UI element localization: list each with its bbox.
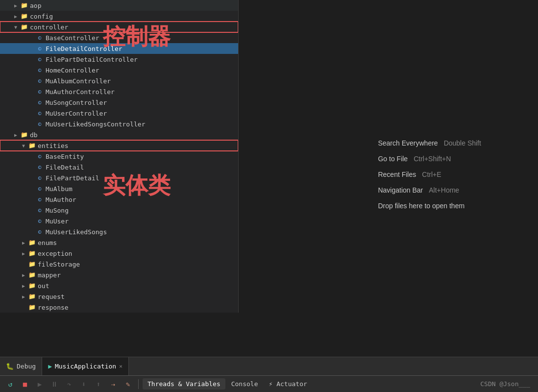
hint-search-everywhere: Search Everywhere Double Shift — [378, 139, 481, 147]
collapse-arrow-request[interactable]: ▶ — [20, 294, 27, 299]
tree-item-MuSong[interactable]: © MuSong — [0, 205, 238, 216]
hint-key-goto: Ctrl+Shift+N — [414, 155, 451, 163]
sidebar-wrapper: ▶ 📁 aop ▶ 📁 config ▼ 📁 controller — [0, 0, 239, 357]
tree-item-response[interactable]: 📁 response — [0, 302, 238, 313]
close-tab-button[interactable]: ✕ — [119, 363, 122, 369]
folder-icon-out: 📁 — [27, 282, 36, 289]
hint-label-recent: Recent Files — [378, 171, 416, 178]
tree-label-MuAuthor: MuAuthor — [46, 196, 76, 203]
tree-item-MuUserController[interactable]: © MuUserController — [0, 108, 238, 119]
collapse-arrow-config[interactable]: ▶ — [12, 14, 20, 19]
tree-label-MuAlbumController: MuAlbumController — [46, 77, 111, 85]
debug-bar: 🐛 Debug ▶ MusicApplication ✕ — [0, 357, 538, 375]
evaluate-button[interactable]: ✎ — [122, 378, 134, 391]
hint-label-drop: Drop files here to open them — [378, 202, 465, 210]
tree-label-MuUserLikedSongs: MuUserLikedSongs — [46, 228, 107, 236]
tree-label-FilePartDetail: FilePartDetail — [46, 174, 99, 182]
tree-label-BaseController: BaseController — [46, 34, 99, 42]
folder-icon-fileStorage: 📁 — [27, 261, 36, 268]
main-area: ▶ 📁 aop ▶ 📁 config ▼ 📁 controller — [0, 0, 538, 357]
tree-item-MuAlbum[interactable]: © MuAlbum — [0, 183, 238, 194]
step-out-icon: ⬆ — [97, 380, 100, 388]
stop-icon: ■ — [23, 380, 27, 388]
tree-item-FileDetail[interactable]: © FileDetail — [0, 162, 238, 172]
run-to-cursor-button[interactable]: ⇢ — [107, 378, 120, 391]
collapse-arrow-aop[interactable]: ▶ — [12, 3, 20, 8]
tree-label-MuAuthorController: MuAuthorController — [46, 88, 115, 96]
tree-item-controller[interactable]: ▼ 📁 controller — [0, 22, 238, 32]
collapse-arrow-exception[interactable]: ▶ — [20, 251, 27, 256]
project-panel[interactable]: ▶ 📁 aop ▶ 📁 config ▼ 📁 controller — [0, 0, 239, 313]
hint-go-to-file: Go to File Ctrl+Shift+N — [378, 155, 481, 163]
hint-key-search: Double Shift — [444, 139, 481, 147]
class-icon-FileDetail: © — [35, 164, 44, 171]
step-over-button[interactable]: ↷ — [63, 378, 75, 391]
tree-item-MuAlbumController[interactable]: © MuAlbumController — [0, 75, 238, 86]
tree-item-exception[interactable]: ▶ 📁 exception — [0, 248, 238, 259]
collapse-arrow-out[interactable]: ▶ — [20, 283, 27, 289]
tree-item-MuUserLikedSongsController[interactable]: © MuUserLikedSongsController — [0, 119, 238, 129]
tree-item-MuUser[interactable]: © MuUser — [0, 216, 238, 226]
collapse-arrow-controller[interactable]: ▼ — [12, 24, 20, 30]
rerun-button[interactable]: ↺ — [4, 378, 17, 391]
step-out-button[interactable]: ⬆ — [92, 378, 105, 391]
pause-button[interactable]: ⏸ — [48, 378, 61, 391]
tree-item-fileStorage[interactable]: 📁 fileStorage — [0, 259, 238, 270]
tree-label-aop: aop — [30, 2, 41, 9]
tree-item-BaseController[interactable]: © BaseController — [0, 32, 238, 43]
tree-label-controller: controller — [30, 24, 68, 31]
tree-item-MuSongController[interactable]: © MuSongController — [0, 97, 238, 108]
tree-label-response: response — [38, 304, 69, 311]
tree-label-FileDetailController: FileDetailController — [46, 45, 122, 52]
resume-button[interactable]: ▶ — [33, 378, 46, 391]
hint-navigation-bar: Navigation Bar Alt+Home — [378, 186, 481, 194]
tab-actuator[interactable]: ⚡ Actuator — [264, 378, 312, 390]
step-over-icon: ↷ — [67, 380, 71, 388]
stop-button[interactable]: ■ — [19, 378, 31, 391]
tree-item-enums[interactable]: ▶ 📁 enums — [0, 237, 238, 248]
tree-item-MuAuthorController[interactable]: © MuAuthorController — [0, 86, 238, 97]
class-icon-FilePartDetail: © — [35, 175, 44, 181]
folder-icon-config: 📁 — [20, 13, 28, 20]
class-icon-MuAuthorController: © — [35, 89, 44, 95]
tree-item-MuAuthor[interactable]: © MuAuthor — [0, 194, 238, 205]
hint-key-recent: Ctrl+E — [422, 171, 441, 178]
collapse-arrow-db[interactable]: ▶ — [12, 132, 20, 138]
tree-label-FilePartDetailController: FilePartDetailController — [46, 56, 138, 63]
debug-tab-musicapp[interactable]: ▶ MusicApplication ✕ — [42, 357, 129, 375]
tree-item-aop[interactable]: ▶ 📁 aop — [0, 0, 238, 11]
tree-item-entities[interactable]: ▼ 📁 entities — [0, 140, 238, 151]
tree-label-db: db — [30, 131, 38, 139]
tree-item-out[interactable]: ▶ 📁 out — [0, 280, 238, 291]
folder-icon-request: 📁 — [27, 293, 36, 300]
folder-icon-response: 📁 — [27, 304, 36, 311]
step-into-button[interactable]: ⬇ — [77, 378, 90, 391]
debug-tab-debug[interactable]: 🐛 Debug — [0, 357, 42, 375]
tree-item-mapper[interactable]: ▶ 📁 mapper — [0, 270, 238, 280]
tree-item-FileDetailController[interactable]: © FileDetailController — [0, 43, 238, 54]
tree-item-db[interactable]: ▶ 📁 db — [0, 129, 238, 140]
tree-label-MuUserLikedSongsController: MuUserLikedSongsController — [46, 121, 146, 128]
class-icon-BaseEntity: © — [35, 153, 44, 160]
folder-icon-exception: 📁 — [27, 250, 36, 257]
tab-console[interactable]: Console — [226, 378, 263, 390]
folder-icon-controller: 📁 — [20, 24, 28, 30]
collapse-arrow-entities[interactable]: ▼ — [20, 143, 27, 148]
tree-label-MuSong: MuSong — [46, 207, 69, 214]
hint-recent-files: Recent Files Ctrl+E — [378, 171, 481, 178]
tree-item-FilePartDetailController[interactable]: © FilePartDetailController — [0, 54, 238, 65]
resume-icon: ▶ — [38, 380, 42, 388]
tree-item-MuUserLikedSongs[interactable]: © MuUserLikedSongs — [0, 226, 238, 237]
tree-item-FilePartDetail[interactable]: © FilePartDetail — [0, 172, 238, 183]
collapse-arrow-mapper[interactable]: ▶ — [20, 272, 27, 278]
tree-item-BaseEntity[interactable]: © BaseEntity — [0, 151, 238, 162]
tab-threads-variables[interactable]: Threads & Variables — [143, 378, 225, 390]
class-icon-MuAlbumController: © — [35, 78, 44, 84]
tree-item-request[interactable]: ▶ 📁 request — [0, 291, 238, 302]
tree-label-MuUser: MuUser — [46, 218, 69, 225]
debug-tab-label: Debug — [17, 363, 36, 370]
tree-item-HomeController[interactable]: © HomeController — [0, 65, 238, 75]
collapse-arrow-enums[interactable]: ▶ — [20, 240, 27, 245]
tree-item-config[interactable]: ▶ 📁 config — [0, 11, 238, 22]
folder-icon-db: 📁 — [20, 131, 28, 138]
